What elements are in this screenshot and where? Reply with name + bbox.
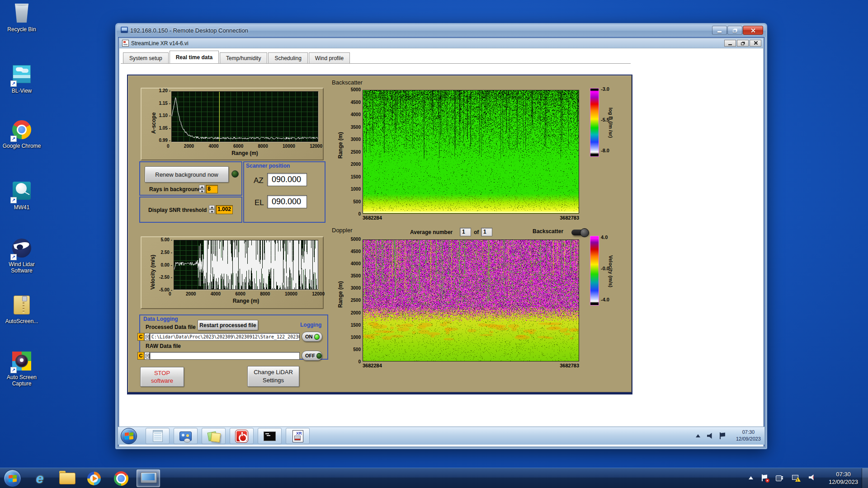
doppler-colorbar — [590, 236, 599, 305]
processed-path-field[interactable]: C:\Lidar\Data\Proc\2023\202309\20230912\… — [150, 333, 300, 341]
backscatter-canvas — [363, 90, 579, 213]
mute-sign-icon — [813, 475, 818, 480]
raw-logging-off-button[interactable]: OFF — [302, 351, 322, 361]
tab-wind-profile[interactable]: Wind profile — [309, 52, 350, 63]
desktop-icon-recycle-bin[interactable]: Recycle Bin — [1, 4, 42, 33]
average-of-field[interactable]: 1 — [481, 228, 492, 236]
remote-tray-expand-button[interactable] — [696, 434, 700, 437]
stop-software-button[interactable]: STOP software — [140, 367, 184, 387]
tab-real-time-data[interactable]: Real time data — [170, 51, 219, 63]
show-desktop-button[interactable] — [862, 468, 868, 488]
remote-taskbar-sticky-notes-button[interactable] — [202, 428, 226, 444]
rays-in-background-label: Rays in background — [149, 186, 201, 192]
tab-system-setup[interactable]: System setup — [123, 52, 169, 63]
az-field[interactable]: 090.000 — [267, 173, 307, 186]
doppler-plot-area — [363, 239, 579, 361]
raw-data-file-label: RAW Data file — [146, 343, 181, 349]
snr-threshold-label: Display SNR threshold — [148, 207, 207, 213]
remote-taskbar-notepad-button[interactable] — [146, 428, 170, 444]
renew-background-led — [231, 170, 239, 178]
shortcut-arrow-icon: ↗ — [10, 197, 17, 203]
velocity-x-axis-label: Range (m) — [174, 298, 318, 304]
remote-taskbar: 07:30 12/09/2023 — [118, 427, 764, 445]
mw41-icon: ↗ — [11, 182, 32, 202]
processed-browse-icon[interactable] — [144, 333, 150, 341]
sticky-notes-icon — [208, 430, 220, 442]
shortcut-arrow-icon: ↗ — [10, 80, 17, 87]
remote-taskbar-cmd-button[interactable] — [258, 428, 282, 444]
start-button[interactable] — [4, 469, 21, 487]
remote-taskbar-control-panel-button[interactable] — [174, 428, 198, 444]
tab-temp-humidity[interactable]: Temp/humidity — [220, 52, 267, 63]
desktop-icon-autoscreen[interactable]: AutoScreen... — [1, 296, 42, 324]
rdp-restore-button[interactable] — [727, 26, 742, 35]
el-field[interactable]: 090.000 — [267, 195, 307, 208]
tray-network-icon[interactable] — [792, 475, 799, 481]
change-lidar-settings-button[interactable]: Change LiDAR Settings — [247, 366, 299, 387]
rdp-titlebar[interactable]: 192.168.0.150 - Remote Desktop Connectio… — [117, 24, 766, 37]
xr-vi-icon — [292, 430, 303, 442]
desktop-icon-mw41[interactable]: ↗ MW41 — [1, 182, 42, 211]
processed-drive-combo[interactable]: C — [137, 333, 144, 341]
tab-strip: System setup Real time data Temp/humidit… — [123, 51, 351, 63]
tray-volume-muted-icon[interactable] — [809, 474, 816, 480]
doppler-x-end: 3682783 — [552, 363, 579, 368]
remote-volume-icon[interactable] — [707, 433, 714, 439]
desktop-icon-bl-view[interactable]: ↗ BL-View — [1, 65, 42, 94]
rdp-window: 192.168.0.150 - Remote Desktop Connectio… — [115, 23, 767, 449]
tray-power-icon[interactable] — [776, 475, 783, 480]
backscatter-x-end: 3682783 — [552, 215, 579, 221]
tab-scheduling[interactable]: Scheduling — [268, 52, 307, 63]
raw-drive-combo[interactable]: C — [137, 352, 144, 360]
wind-lidar-icon: ↗ — [11, 239, 32, 259]
raw-browse-icon[interactable] — [144, 352, 150, 360]
on-led-icon — [314, 334, 320, 340]
snr-value-field[interactable]: 1.002 — [216, 205, 233, 214]
taskbar-media-player-button[interactable] — [82, 469, 106, 487]
snr-spinner[interactable] — [209, 205, 215, 213]
rdp-icon — [141, 472, 156, 485]
processed-logging-on-button[interactable]: ON — [302, 332, 322, 342]
app-window: StreamLine XR v14-6.vi System setup Real… — [118, 38, 764, 446]
app-titlebar[interactable]: StreamLine XR v14-6.vi — [119, 38, 763, 48]
rdp-window-title: 192.168.0.150 - Remote Desktop Connectio… — [130, 27, 248, 34]
backscatter-colorbar — [590, 88, 599, 157]
shortcut-arrow-icon: ↗ — [10, 136, 17, 142]
power-icon — [236, 430, 248, 442]
average-number-field[interactable]: 1 — [460, 228, 471, 236]
renew-background-button[interactable]: Renew background now — [145, 166, 229, 183]
tray-expand-button[interactable] — [749, 476, 753, 479]
taskbar-chrome-button[interactable] — [109, 469, 133, 487]
restart-processed-file-button[interactable]: Restart processed file — [198, 320, 258, 330]
rdp-close-button[interactable] — [743, 26, 763, 35]
shortcut-arrow-icon: ↗ — [10, 254, 17, 260]
remote-taskbar-streamline-vi-button[interactable] — [286, 428, 310, 444]
rays-value-field[interactable]: 8 — [206, 185, 218, 193]
backscatter-toggle[interactable] — [571, 230, 589, 235]
desktop-icon-wind-lidar-software[interactable]: ↗ Wind Lidar Software — [1, 239, 42, 274]
remote-action-center-flag-icon[interactable] — [719, 432, 726, 439]
taskbar-explorer-button[interactable] — [55, 469, 79, 487]
tray-action-center-flag-icon[interactable]: × — [761, 474, 768, 481]
remote-clock[interactable]: 07:30 12/09/2023 — [736, 429, 761, 442]
rays-spinner[interactable] — [199, 185, 205, 193]
desktop-icon-google-chrome[interactable]: ↗ Google Chrome — [1, 120, 42, 149]
desktop-icon-auto-screen-capture[interactable]: ↗ Auto Screen Capture — [1, 352, 42, 387]
internet-explorer-icon: e — [36, 471, 44, 486]
app-close-button[interactable] — [750, 40, 761, 47]
remote-start-button[interactable] — [121, 428, 137, 444]
taskbar-clock[interactable]: 07:30 12/09/2023 — [829, 470, 858, 486]
remote-taskbar-shutdown-button[interactable] — [230, 428, 254, 444]
desktop-icon-label: MW41 — [1, 204, 42, 211]
raw-path-field[interactable] — [150, 352, 300, 360]
taskbar-internet-explorer-button[interactable]: e — [28, 469, 52, 487]
app-minimize-button[interactable] — [724, 40, 736, 47]
app-maximize-button[interactable] — [737, 40, 749, 47]
taskbar-rdp-button-active[interactable] — [137, 469, 160, 487]
ascope-plot-area — [171, 91, 318, 142]
desktop-icon-label: Google Chrome — [1, 143, 42, 149]
backscatter-title: Backscatter — [332, 79, 363, 86]
off-led-icon — [316, 353, 322, 359]
rdp-minimize-button[interactable] — [712, 26, 727, 35]
backscatter-plot-area — [363, 90, 579, 214]
